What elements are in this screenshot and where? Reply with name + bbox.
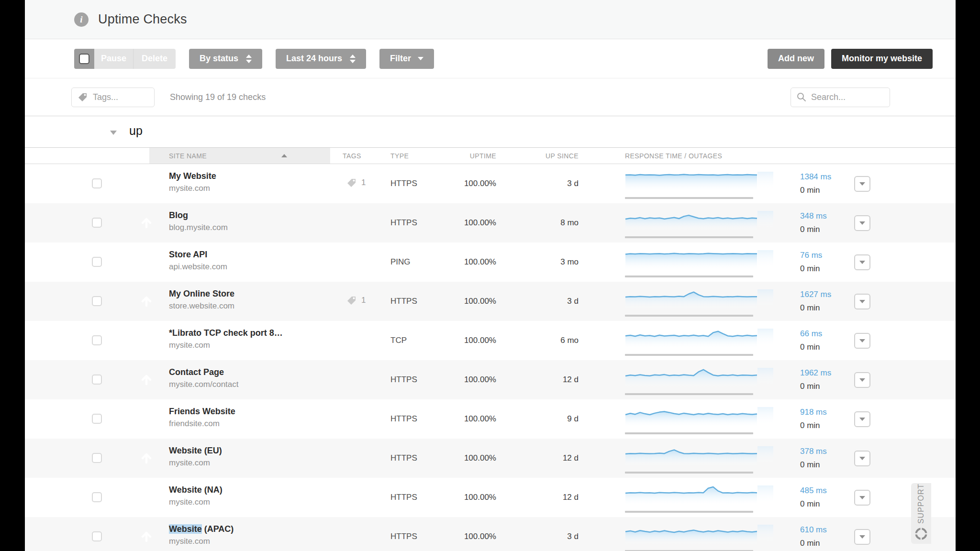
type-cell: TCP	[390, 336, 407, 345]
row-checkbox[interactable]	[92, 414, 102, 424]
by-status-dropdown[interactable]: By status	[189, 49, 262, 69]
tags-input[interactable]: Tags...	[71, 88, 155, 107]
row-checkbox[interactable]	[92, 453, 102, 463]
outage-minutes: 0 min	[800, 342, 822, 352]
column-header-type[interactable]: TYPE	[390, 152, 409, 160]
response-ms-link[interactable]: 378 ms	[800, 447, 827, 456]
response-ms-link[interactable]: 1627 ms	[800, 290, 831, 299]
row-checkbox[interactable]	[92, 296, 102, 306]
search-input[interactable]: Search...	[791, 88, 890, 107]
column-header-up-since[interactable]: UP SINCE	[503, 152, 579, 160]
add-new-button[interactable]: Add new	[768, 49, 824, 69]
response-cell: 1962 ms 0 min	[800, 368, 831, 391]
row-checkbox[interactable]	[92, 531, 102, 541]
status-up-icon	[135, 408, 157, 430]
row-actions-dropdown[interactable]	[854, 215, 870, 231]
tags-cell: 1	[346, 177, 366, 188]
response-ms-link[interactable]: 485 ms	[800, 486, 827, 496]
site-name-cell[interactable]: Store API api.website.com	[169, 250, 332, 272]
response-ms-link[interactable]: 610 ms	[800, 525, 827, 535]
outage-timeline-bar	[625, 393, 753, 395]
status-up-icon	[135, 212, 157, 234]
response-time-sparkline	[625, 366, 773, 395]
row-checkbox[interactable]	[92, 178, 102, 188]
response-cell: 348 ms 0 min	[800, 211, 827, 234]
status-up-icon	[135, 447, 157, 469]
site-url: mysite.com	[169, 537, 332, 546]
site-url: store.website.com	[169, 301, 332, 311]
time-range-dropdown[interactable]: Last 24 hours	[276, 49, 366, 69]
outage-timeline-bar	[625, 197, 753, 199]
response-cell: 76 ms 0 min	[800, 251, 822, 274]
row-actions-dropdown[interactable]	[854, 176, 870, 192]
collapse-group-icon[interactable]	[110, 131, 117, 135]
site-name-cell[interactable]: Website (NA) mysite.com	[169, 485, 332, 507]
row-checkbox[interactable]	[92, 375, 102, 385]
row-actions-dropdown[interactable]	[854, 294, 870, 309]
pause-button[interactable]: Pause	[94, 49, 134, 69]
row-actions-dropdown[interactable]	[854, 490, 870, 506]
support-tab[interactable]: SUPPORT	[911, 483, 931, 544]
sort-asc-icon	[281, 154, 287, 157]
response-cell: 1627 ms 0 min	[800, 290, 831, 313]
site-name: Website (APAC)	[169, 524, 332, 534]
outage-minutes: 0 min	[800, 382, 831, 391]
response-ms-link[interactable]: 76 ms	[800, 251, 822, 260]
response-cell: 485 ms 0 min	[800, 486, 827, 509]
row-actions-dropdown[interactable]	[854, 451, 870, 466]
delete-button[interactable]: Delete	[134, 49, 176, 69]
row-checkbox[interactable]	[92, 335, 102, 345]
response-time-sparkline	[625, 523, 773, 551]
response-ms-link[interactable]: 1962 ms	[800, 368, 831, 378]
site-name-cell[interactable]: Website (EU) mysite.com	[169, 446, 332, 468]
by-status-label: By status	[200, 54, 238, 64]
type-cell: HTTPS	[390, 453, 417, 463]
outage-timeline-bar	[625, 511, 753, 513]
response-ms-link[interactable]: 918 ms	[800, 408, 827, 417]
site-name-cell[interactable]: My Online Store store.website.com	[169, 289, 332, 311]
type-cell: HTTPS	[390, 218, 417, 228]
up-since-cell: 12 d	[503, 453, 579, 463]
column-header-response-time[interactable]: RESPONSE TIME / OUTAGES	[625, 152, 722, 160]
site-name-cell[interactable]: Website (APAC) mysite.com	[169, 524, 332, 546]
search-icon	[797, 92, 806, 102]
response-ms-link[interactable]: 66 ms	[800, 329, 822, 339]
row-actions-dropdown[interactable]	[854, 372, 870, 388]
uptime-cell: 100.00%	[420, 375, 496, 385]
name-text: My Online Store	[169, 289, 234, 298]
table-row: Contact Page mysite.com/contact HTTPS 10…	[25, 360, 956, 399]
row-checkbox[interactable]	[92, 492, 102, 502]
column-header-site-name[interactable]: SITE NAME	[169, 152, 207, 160]
site-name-cell[interactable]: Contact Page mysite.com/contact	[169, 367, 332, 389]
response-time-sparkline	[625, 327, 773, 356]
monitor-my-website-button[interactable]: Monitor my website	[831, 49, 933, 69]
response-ms-link[interactable]: 1384 ms	[800, 172, 831, 182]
site-name-cell[interactable]: Blog blog.mysite.com	[169, 210, 332, 232]
select-all-checkbox[interactable]	[79, 54, 89, 64]
site-url: mysite.com/contact	[169, 380, 332, 389]
site-name-cell[interactable]: Friends Website friendsite.com	[169, 407, 332, 429]
filter-dropdown[interactable]: Filter	[379, 49, 434, 69]
site-url: mysite.com	[169, 184, 332, 193]
time-range-label: Last 24 hours	[286, 54, 342, 64]
status-up-icon	[135, 486, 157, 508]
row-actions-dropdown[interactable]	[854, 254, 870, 270]
row-checkbox[interactable]	[92, 257, 102, 267]
site-name-cell[interactable]: My Website mysite.com	[169, 171, 332, 193]
status-up-icon	[135, 526, 157, 548]
row-actions-dropdown[interactable]	[854, 333, 870, 349]
type-cell: HTTPS	[390, 297, 417, 306]
info-icon[interactable]: i	[74, 12, 89, 27]
site-name-cell[interactable]: *Librato TCP check port 8… mysite.com	[169, 328, 332, 350]
uptime-checks-page: i Uptime Checks Pause Delete By status L…	[25, 0, 956, 551]
chevron-down-icon	[859, 182, 865, 186]
row-actions-dropdown[interactable]	[854, 411, 870, 427]
type-cell: HTTPS	[390, 532, 417, 541]
column-header-uptime[interactable]: UPTIME	[420, 152, 496, 160]
row-checkbox[interactable]	[92, 218, 102, 228]
row-actions-dropdown[interactable]	[854, 529, 870, 545]
select-all-button[interactable]	[74, 49, 94, 69]
response-ms-link[interactable]: 348 ms	[800, 211, 827, 221]
outage-minutes: 0 min	[800, 421, 827, 430]
column-header-tags[interactable]: TAGS	[343, 152, 361, 160]
